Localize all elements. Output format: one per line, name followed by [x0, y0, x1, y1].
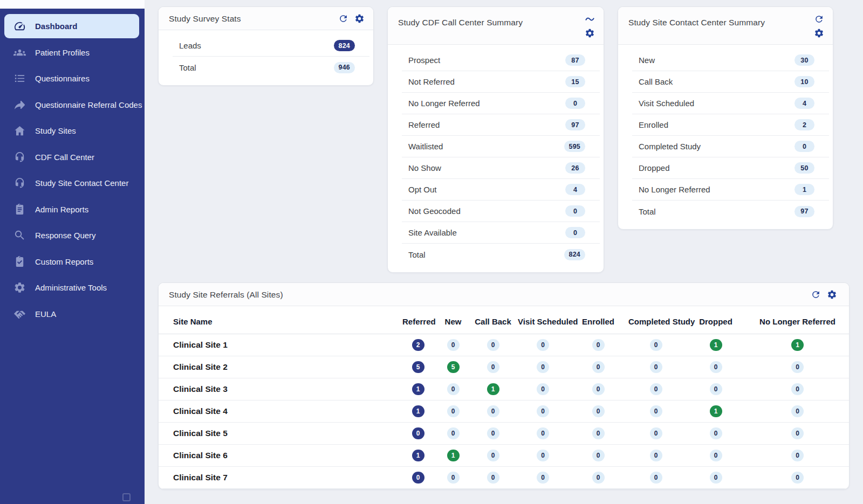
stat-value-badge: 824 — [334, 40, 355, 51]
stat-label: Not Geocoded — [408, 206, 461, 216]
sidebar-item-questionnaires[interactable]: Questionnaires — [0, 66, 145, 92]
count-badge: 0 — [487, 472, 499, 484]
count-badge: 0 — [650, 450, 662, 461]
sidebar-item-label: Response Query — [35, 231, 96, 240]
count-badge: 0 — [791, 405, 804, 417]
stat-label: Opt Out — [408, 185, 437, 194]
home-icon — [13, 125, 26, 137]
stat-row: No Longer Referred0 — [402, 93, 600, 114]
gear-icon[interactable] — [585, 28, 595, 38]
stat-value-badge: 50 — [794, 162, 814, 174]
sidebar-item-label: Study Sites — [35, 126, 76, 135]
sidebar-item-study-site-contact-center[interactable]: Study Site Contact Center — [0, 170, 145, 197]
table-cell: 0 — [626, 356, 686, 378]
sidebar-item-study-sites[interactable]: Study Sites — [0, 118, 145, 144]
handshake-icon — [13, 308, 26, 320]
sidebar-item-label: Custom Reports — [35, 257, 93, 266]
table-cell: 0 — [400, 467, 436, 489]
table-cell: 0 — [746, 378, 849, 401]
table-cell: 0 — [570, 467, 626, 489]
sidebar-item-eula[interactable]: EULA — [0, 301, 145, 327]
count-badge: 0 — [791, 450, 804, 461]
table-cell: 0 — [470, 334, 516, 356]
stat-row: Dropped50 — [632, 157, 829, 179]
count-badge: 0 — [710, 450, 722, 461]
count-badge: 0 — [537, 339, 549, 351]
site-name: Clinical Site 6 — [159, 445, 400, 467]
main-content: Study Survey StatsLeads824Total946Study … — [145, 0, 863, 504]
count-badge: 0 — [791, 472, 804, 484]
stat-row: Completed Study0 — [632, 136, 829, 157]
summary-cards-row: Study Survey StatsLeads824Total946Study … — [158, 6, 850, 273]
clipboard-icon — [13, 203, 26, 216]
stat-value-badge: 30 — [794, 54, 814, 66]
table-cell: 0 — [686, 445, 746, 467]
stat-rows: New30Call Back10Visit Scheduled4Enrolled… — [618, 45, 833, 229]
count-badge: 0 — [650, 405, 662, 417]
stat-row: Opt Out4 — [402, 179, 600, 201]
stat-value-badge: 1 — [794, 184, 814, 195]
stat-row: Not Geocoded0 — [402, 201, 600, 222]
count-badge: 0 — [487, 450, 499, 461]
stat-row: Enrolled2 — [632, 114, 829, 136]
stat-label: Visit Scheduled — [639, 99, 694, 108]
site-name: Clinical Site 3 — [159, 378, 400, 401]
stat-row: Total946 — [173, 57, 369, 78]
table-cell: 0 — [686, 378, 746, 401]
count-badge: 0 — [650, 339, 662, 351]
sidebar-item-cdf-call-center[interactable]: CDF Call Center — [0, 144, 145, 170]
gear-icon[interactable] — [814, 28, 824, 38]
sidebar-item-administrative-tools[interactable]: Administrative Tools — [0, 275, 145, 301]
users-icon — [13, 46, 26, 59]
count-badge: 0 — [447, 383, 460, 395]
sidebar-item-admin-reports[interactable]: Admin Reports — [0, 196, 145, 223]
stat-label: Total — [639, 207, 656, 216]
table-cell: 0 — [470, 467, 516, 489]
refresh-spinner-icon[interactable] — [585, 14, 595, 24]
sidebar-item-patient-profiles[interactable]: Patient Profiles — [0, 39, 145, 66]
count-badge: 1 — [412, 405, 424, 417]
stat-value-badge: 0 — [565, 98, 585, 109]
table-cell: 0 — [436, 334, 470, 356]
stat-rows: Leads824Total946 — [159, 30, 373, 85]
count-badge: 0 — [412, 472, 424, 484]
table-cell: 0 — [570, 378, 626, 401]
sidebar-item-custom-reports[interactable]: Custom Reports — [0, 248, 145, 275]
stat-row: Leads824 — [173, 35, 369, 57]
table-cell: 1 — [400, 401, 436, 423]
stat-value-badge: 0 — [794, 141, 814, 152]
count-badge: 0 — [447, 472, 460, 484]
gear-icon[interactable] — [827, 289, 837, 300]
stat-row: Total97 — [632, 201, 829, 222]
card-study-cdf-call-center-summary: Study CDF Call Center SummaryProspect87N… — [387, 6, 604, 273]
table-cell: 1 — [686, 334, 746, 356]
stat-row: No Show26 — [402, 157, 600, 179]
headset-icon — [13, 151, 26, 163]
stat-value-badge: 97 — [794, 206, 814, 217]
table-cell: 0 — [516, 356, 570, 378]
table-row: Clinical Site 611000000 — [159, 445, 849, 467]
refresh-icon[interactable] — [814, 14, 824, 24]
site-name: Clinical Site 7 — [159, 467, 400, 489]
sidebar-item-dashboard[interactable]: Dashboard — [4, 14, 139, 38]
count-badge: 0 — [592, 339, 605, 351]
sidebar-collapse-icon[interactable] — [122, 493, 131, 501]
card-title: Study Survey Stats — [169, 14, 241, 24]
count-badge: 0 — [447, 339, 460, 351]
table-cell: 0 — [516, 401, 570, 423]
sidebar-item-label: CDF Call Center — [35, 153, 94, 162]
sidebar-item-label: EULA — [35, 309, 56, 319]
card-header: Study CDF Call Center Summary — [388, 7, 604, 45]
sidebar-item-response-query[interactable]: Response Query — [0, 223, 145, 249]
count-badge: 0 — [592, 361, 605, 373]
table-cell: 0 — [516, 445, 570, 467]
table-cell: 0 — [470, 423, 516, 445]
table-cell: 0 — [436, 423, 470, 445]
sidebar-item-questionnaire-referral-codes[interactable]: Questionnaire Referral Codes — [0, 92, 145, 118]
refresh-icon[interactable] — [811, 289, 821, 300]
count-badge: 0 — [447, 405, 460, 417]
refresh-icon[interactable] — [338, 13, 348, 24]
referrals-table: Site NameReferredNewCall BackVisit Sched… — [159, 306, 849, 489]
gear-icon[interactable] — [354, 13, 365, 24]
table-row: Clinical Site 120000011 — [159, 334, 849, 356]
